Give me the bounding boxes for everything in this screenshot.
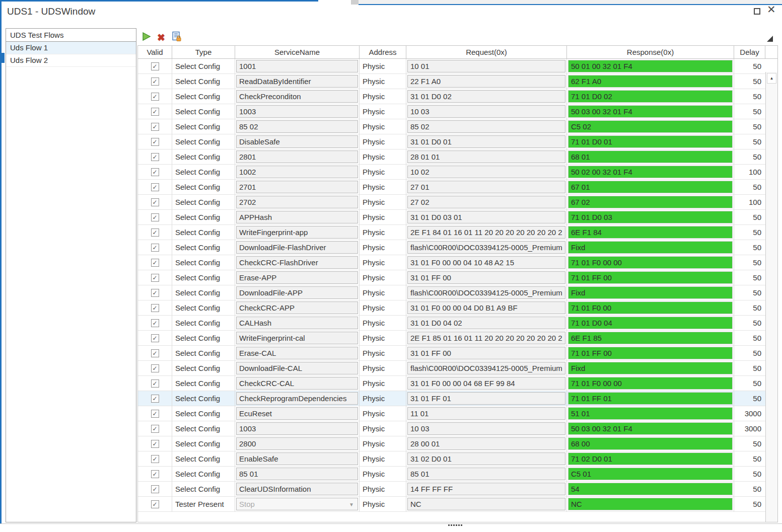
valid-checkbox[interactable]: ✓ xyxy=(151,138,159,146)
valid-checkbox[interactable]: ✓ xyxy=(151,410,159,418)
address-cell[interactable]: Physic xyxy=(360,316,406,331)
request-input[interactable]: 10 01 xyxy=(407,60,565,72)
servicename-input[interactable]: ReadDataByIdentifier xyxy=(236,75,358,88)
type-cell[interactable]: Select Config xyxy=(172,467,235,482)
request-input[interactable]: 31 01 FF 00 xyxy=(407,271,565,284)
type-cell[interactable]: Select Config xyxy=(172,165,235,180)
servicename-input[interactable]: CALHash xyxy=(236,317,358,329)
delay-cell[interactable]: 50 xyxy=(734,149,765,165)
delay-cell[interactable]: 50 xyxy=(734,119,765,134)
address-cell[interactable]: Physic xyxy=(360,346,406,361)
valid-checkbox[interactable]: ✓ xyxy=(151,153,159,161)
request-input[interactable]: 31 01 F0 00 00 04 68 EF 99 84 xyxy=(407,377,565,390)
delay-cell[interactable]: 50 xyxy=(734,104,765,119)
delay-cell[interactable]: 50 xyxy=(734,59,765,74)
delay-cell[interactable]: 50 xyxy=(734,240,765,255)
type-cell[interactable]: Select Config xyxy=(172,482,235,497)
servicename-input[interactable]: 2701 xyxy=(236,181,358,193)
delay-cell[interactable]: 50 xyxy=(734,316,765,331)
address-cell[interactable]: Physic xyxy=(360,180,406,195)
request-input[interactable]: flash\C00R00\DOC03394125-0005_Premium xyxy=(407,286,565,299)
valid-checkbox[interactable]: ✓ xyxy=(151,123,159,131)
valid-checkbox[interactable]: ✓ xyxy=(151,62,159,70)
servicename-input[interactable]: DownloadFile-CAL xyxy=(236,362,358,374)
delay-cell[interactable]: 100 xyxy=(734,195,765,210)
servicename-input[interactable]: CheckCRC-CAL xyxy=(236,377,358,390)
delay-cell[interactable]: 50 xyxy=(734,210,765,225)
type-cell[interactable]: Select Config xyxy=(172,225,235,240)
type-cell[interactable]: Select Config xyxy=(172,119,235,134)
valid-checkbox[interactable]: ✓ xyxy=(151,259,159,267)
servicename-input[interactable]: 1003 xyxy=(236,105,358,118)
type-cell[interactable]: Select Config xyxy=(172,331,235,346)
servicename-input[interactable]: 1001 xyxy=(236,60,358,72)
request-input[interactable]: 10 03 xyxy=(407,105,565,118)
address-cell[interactable]: Physic xyxy=(360,451,406,467)
servicename-input[interactable]: 85 02 xyxy=(236,120,358,133)
delay-cell[interactable]: 50 xyxy=(734,391,765,406)
address-cell[interactable]: Physic xyxy=(360,361,406,376)
type-cell[interactable]: Select Config xyxy=(172,89,235,104)
servicename-input[interactable]: DownloadFile-FlashDriver xyxy=(236,241,358,254)
servicename-input[interactable]: 2801 xyxy=(236,150,358,163)
address-cell[interactable]: Physic xyxy=(360,165,406,180)
delay-cell[interactable]: 50 xyxy=(734,285,765,300)
address-cell[interactable]: Physic xyxy=(360,104,406,119)
valid-checkbox[interactable]: ✓ xyxy=(151,395,159,403)
request-input[interactable]: 28 01 01 xyxy=(407,150,565,163)
address-cell[interactable]: Physic xyxy=(360,195,406,210)
address-cell[interactable]: Physic xyxy=(360,89,406,104)
address-cell[interactable]: Physic xyxy=(360,406,406,421)
delete-button[interactable]: ✖ xyxy=(156,32,167,43)
valid-checkbox[interactable]: ✓ xyxy=(151,379,159,388)
delay-cell[interactable]: 50 xyxy=(734,346,765,361)
valid-checkbox[interactable]: ✓ xyxy=(151,183,159,191)
request-input[interactable]: 14 FF FF FF xyxy=(407,483,565,495)
request-input[interactable]: 2E F1 84 01 16 01 11 20 20 20 20 20 20 2… xyxy=(407,226,565,239)
servicename-input[interactable]: DisableSafe xyxy=(236,135,358,148)
valid-checkbox[interactable]: ✓ xyxy=(151,108,159,116)
type-cell[interactable]: Select Config xyxy=(172,361,235,376)
delay-cell[interactable]: 50 xyxy=(734,89,765,104)
vertical-scrollbar[interactable]: ▲ ▼ xyxy=(765,72,777,522)
valid-checkbox[interactable]: ✓ xyxy=(151,168,159,176)
type-cell[interactable]: Select Config xyxy=(172,240,235,255)
maximize-icon[interactable] xyxy=(754,8,760,15)
valid-checkbox[interactable]: ✓ xyxy=(151,229,159,237)
address-cell[interactable]: Physic xyxy=(360,119,406,134)
type-cell[interactable]: Select Config xyxy=(172,74,235,89)
servicename-input[interactable]: 85 01 xyxy=(236,468,358,480)
request-input[interactable]: NC xyxy=(407,498,565,510)
type-cell[interactable]: Select Config xyxy=(172,285,235,300)
address-cell[interactable]: Physic xyxy=(360,149,406,165)
request-input[interactable]: 31 01 F0 00 00 04 10 48 A2 15 xyxy=(407,256,565,269)
corner-resize-icon[interactable] xyxy=(767,36,773,42)
valid-checkbox[interactable]: ✓ xyxy=(151,349,159,357)
valid-checkbox[interactable]: ✓ xyxy=(151,425,159,433)
type-cell[interactable]: Select Config xyxy=(172,134,235,149)
address-cell[interactable]: Physic xyxy=(360,285,406,300)
valid-checkbox[interactable]: ✓ xyxy=(151,485,159,493)
servicename-input[interactable]: DownloadFile-APP xyxy=(236,286,358,299)
servicename-input[interactable]: 2800 xyxy=(236,437,358,450)
servicename-input[interactable]: EcuReset xyxy=(236,407,358,420)
servicename-input[interactable]: 1002 xyxy=(236,166,358,178)
request-input[interactable]: 28 00 01 xyxy=(407,437,565,450)
valid-checkbox[interactable]: ✓ xyxy=(151,455,159,463)
close-icon[interactable]: ✕ xyxy=(767,4,776,15)
address-cell[interactable]: Physic xyxy=(360,331,406,346)
servicename-input[interactable]: APPHash xyxy=(236,211,358,223)
type-cell[interactable]: Select Config xyxy=(172,300,235,316)
address-cell[interactable]: Physic xyxy=(360,391,406,406)
servicename-input[interactable]: Erase-APP xyxy=(236,271,358,284)
valid-checkbox[interactable]: ✓ xyxy=(151,334,159,342)
address-cell[interactable]: Physic xyxy=(360,436,406,451)
servicename-input[interactable]: CheckCRC-FlashDriver xyxy=(236,256,358,269)
splitter-grip[interactable] xyxy=(448,524,462,526)
delay-cell[interactable]: 50 xyxy=(734,331,765,346)
type-cell[interactable]: Select Config xyxy=(172,451,235,467)
address-cell[interactable]: Physic xyxy=(360,255,406,270)
type-cell[interactable]: Select Config xyxy=(172,255,235,270)
servicename-input[interactable]: Stop xyxy=(236,498,358,510)
delay-cell[interactable]: 3000 xyxy=(734,406,765,421)
